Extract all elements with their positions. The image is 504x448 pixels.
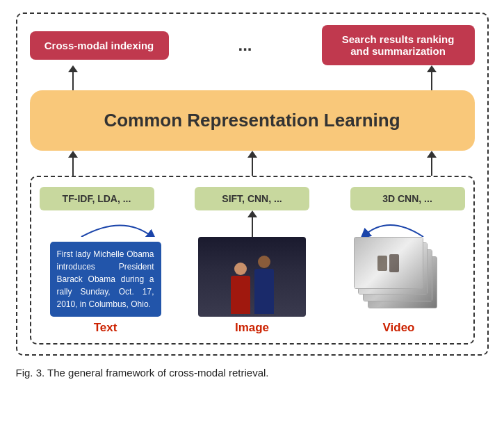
video-media-item: Video	[333, 237, 465, 335]
figure2	[254, 256, 274, 314]
arrowhead-up-left	[68, 65, 78, 72]
arrow-line-left	[72, 72, 74, 90]
arrowhead-image-up	[247, 210, 257, 217]
diagram-container: Cross-modal indexing ... Search results …	[16, 13, 489, 356]
arrowhead-text	[68, 151, 78, 158]
arrow-from-image	[247, 151, 257, 176]
feature-row: TF-IDF, LDA, ... SIFT, CNN, ... 3D CNN, …	[40, 187, 465, 210]
arrow-image-up	[247, 210, 257, 237]
figure-caption: Fig. 3. The general framework of cross-m…	[16, 367, 489, 379]
video-label: Video	[383, 321, 415, 335]
arrow-line-video	[431, 158, 432, 176]
cross-modal-indexing-box: Cross-modal indexing	[30, 31, 169, 60]
arrowhead-image	[247, 151, 257, 158]
arrow-up-left	[68, 65, 78, 90]
image-label: Image	[235, 321, 269, 335]
body1	[231, 276, 250, 314]
image-feature-box: SIFT, CNN, ...	[195, 187, 309, 210]
image-placeholder	[198, 237, 306, 317]
top-row: Cross-modal indexing ... Search results …	[30, 25, 475, 65]
head1	[234, 263, 247, 275]
arrow-from-video	[427, 151, 437, 176]
text-label: Text	[94, 321, 117, 335]
arrow-line-image	[252, 158, 253, 176]
head2	[258, 256, 270, 268]
curved-arrow-svg	[74, 210, 158, 237]
arrow-line-image-up	[252, 217, 253, 237]
arrowhead-up-right	[427, 65, 437, 72]
arrow-line-right	[431, 72, 432, 90]
text-feature-box: TF-IDF, LDA, ...	[40, 187, 154, 210]
media-row: First lady Michelle Obama introduces Pre…	[40, 237, 465, 335]
text-content-box: First lady Michelle Obama introduces Pre…	[50, 242, 161, 317]
arrow-from-text	[68, 151, 78, 176]
video-frame-inner-1	[355, 238, 423, 288]
figure-s2	[389, 254, 399, 272]
media-to-feature-arrows	[40, 210, 465, 237]
angled-arrow-svg	[361, 210, 430, 237]
video-placeholder	[347, 237, 451, 317]
arrow-up-right	[427, 65, 437, 90]
video-stack	[354, 237, 444, 313]
arrows-down-to-common	[30, 151, 475, 176]
video-feature-box: 3D CNN, ...	[350, 187, 465, 210]
top-dots: ...	[169, 35, 322, 55]
figure-s1	[377, 256, 387, 271]
arrow-line-text	[72, 158, 74, 176]
figure1	[231, 263, 250, 314]
arrows-up-top	[30, 65, 475, 90]
video-frame-1	[354, 237, 423, 289]
middle-dashed-container: TF-IDF, LDA, ... SIFT, CNN, ... 3D CNN, …	[30, 176, 475, 345]
common-rep-box: Common Representation Learning	[30, 90, 475, 151]
image-inner	[198, 237, 306, 317]
image-media-item: Image	[186, 237, 318, 335]
text-media-item: First lady Michelle Obama introduces Pre…	[40, 242, 172, 335]
search-results-box: Search results rankingand summarization	[322, 25, 475, 65]
arrowhead-video	[427, 151, 437, 158]
body2	[254, 269, 274, 314]
